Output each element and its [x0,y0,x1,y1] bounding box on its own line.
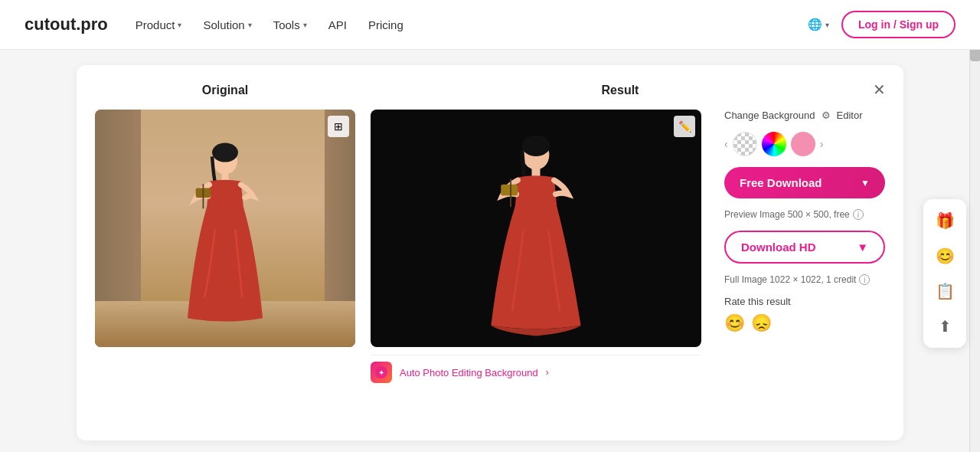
close-button[interactable]: ✕ [867,77,891,102]
alert-icon: 📋 [936,282,955,300]
solution-chevron: ▾ [248,21,252,29]
nav-right: 🌐 ▾ Log in / Sign up [808,11,956,38]
result-panel: ✏️ ✦ Auto Photo Editing Background › [371,110,701,383]
settings-icon: ⚙ [822,110,831,121]
auto-icon-svg: ✦ [374,365,388,379]
result-image: ✏️ [371,110,701,347]
auto-bg-icon: ✦ [371,362,392,383]
upload-button[interactable]: ⬆ [928,310,962,343]
original-label: Original [95,84,355,97]
login-button[interactable]: Log in / Sign up [841,11,956,38]
nav-pricing[interactable]: Pricing [368,18,403,31]
transparent-swatch[interactable] [733,132,757,156]
right-sidebar: 🎁 😊 📋 ⬆ [923,199,966,348]
auto-bg-strip: ✦ Auto Photo Editing Background › [371,355,701,383]
carousel-next[interactable]: › [820,138,824,150]
main-content: ✕ Original Result [0,50,980,452]
labels-row: Original Result [95,84,885,97]
crop-icon[interactable]: ⊞ [328,116,349,137]
download-dropdown-arrow: ▼ [861,178,870,188]
nav-tools[interactable]: Tools ▾ [273,18,307,31]
result-container: ✕ Original Result [77,65,903,441]
svg-point-1 [212,143,238,162]
nav-links: Product ▾ Solution ▾ Tools ▾ API Pricing [136,18,403,31]
result-person-figure [482,133,590,339]
svg-rect-8 [501,185,518,196]
rate-icons: 😊 😞 [724,313,772,333]
full-image-info: Full Image 1022 × 1022, 1 credit i [724,274,885,285]
avatar-icon: 😊 [936,247,955,265]
hd-dropdown-arrow: ▼ [857,241,868,254]
original-person-figure [175,140,275,332]
upload-icon: ⬆ [939,317,952,336]
avatar-button[interactable]: 😊 [928,239,962,273]
nav-left: cutout.pro Product ▾ Solution ▾ Tools ▾ … [24,15,403,34]
tools-chevron: ▾ [303,21,307,29]
translate-icon: 🌐 [808,18,822,31]
controls-panel: Change Background ⚙ Editor ‹ › Free Down… [717,110,885,383]
rainbow-swatch[interactable] [762,132,786,156]
navbar: cutout.pro Product ▾ Solution ▾ Tools ▾ … [0,0,980,50]
result-label: Result [355,84,885,97]
rate-section: Rate this result 😊 😞 [724,296,885,333]
thumbs-up-icon[interactable]: 😊 [724,313,745,333]
auto-bg-link[interactable]: Auto Photo Editing Background [400,367,538,378]
gift-button[interactable]: 🎁 [928,204,962,237]
free-download-button[interactable]: Free Download ▼ [724,167,885,198]
nav-api[interactable]: API [328,18,347,31]
original-image: ⊞ [95,110,355,347]
panels-row: ⊞ [95,110,885,383]
svg-text:✦: ✦ [378,368,384,377]
nav-product[interactable]: Product ▾ [136,18,182,31]
feedback-button[interactable]: 📋 [928,274,962,308]
editor-label[interactable]: Editor [837,110,863,121]
nav-solution[interactable]: Solution ▾ [203,18,251,31]
edit-icon[interactable]: ✏️ [674,116,695,137]
carousel-prev[interactable]: ‹ [724,138,728,150]
product-chevron: ▾ [178,21,181,29]
gift-icon: 🎁 [936,211,955,230]
scrollbar[interactable] [969,0,980,452]
thumbs-down-icon[interactable]: 😞 [751,313,772,333]
rate-label: Rate this result [724,296,791,307]
svg-point-6 [522,136,550,156]
preview-info: Preview Image 500 × 500, free i [724,209,885,220]
original-panel: ⊞ [95,110,355,383]
pink-swatch[interactable] [791,132,815,156]
logo[interactable]: cutout.pro [24,15,108,34]
lang-chevron: ▾ [825,21,829,29]
bg-editor-row: Change Background ⚙ Editor [724,110,885,121]
color-carousel: ‹ › [724,132,885,156]
full-image-info-icon[interactable]: i [859,274,870,285]
language-selector[interactable]: 🌐 ▾ [808,18,829,31]
auto-bg-chevron: › [546,367,549,378]
change-bg-label[interactable]: Change Background [724,110,815,121]
preview-info-icon[interactable]: i [853,209,864,220]
download-hd-button[interactable]: Download HD ▼ [724,231,885,264]
